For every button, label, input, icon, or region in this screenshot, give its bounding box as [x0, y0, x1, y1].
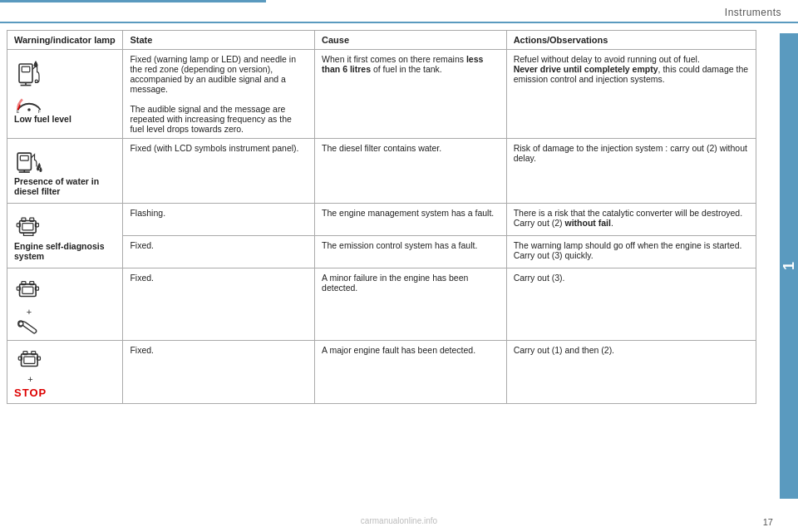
page-title: Instruments: [725, 7, 781, 18]
section-number: 1: [781, 262, 798, 270]
water-fuel-icon: [14, 146, 44, 176]
engine-self-diag-icon: [14, 211, 44, 241]
header-state: State: [123, 31, 315, 50]
top-bar: Instruments: [0, 0, 798, 23]
svg-rect-17: [17, 224, 20, 227]
warning-cell-fuel: E F Low fuel level: [7, 50, 123, 139]
svg-rect-1: [22, 66, 30, 71]
state-cell-fuel: Fixed (warning lamp or LED) and needle i…: [123, 50, 315, 139]
page-title-area: Instruments: [0, 3, 798, 18]
cause-cell-fuel: When it first comes on there remains les…: [315, 50, 507, 139]
actions-cell-engine-fixed1: The warning lamp should go off when the …: [506, 236, 756, 268]
warning-cell-water: Presence of water in diesel filter: [7, 139, 123, 204]
actions-cell-engine-minor: Carry out (3).: [506, 268, 756, 341]
svg-point-6: [27, 108, 31, 111]
actions-cell-engine-flash: There is a risk that the catalytic conve…: [506, 204, 756, 236]
svg-rect-14: [22, 224, 33, 230]
svg-rect-18: [35, 224, 38, 227]
table-row: + STOP Fixed. A major engine fault has b…: [7, 341, 756, 404]
svg-rect-10: [20, 155, 28, 160]
header-actions: Actions/Observations: [506, 31, 756, 50]
state-cell-water: Fixed (with LCD symbols instrument panel…: [123, 139, 315, 204]
engine-major-icon: [16, 348, 46, 373]
top-bar-accent: [0, 0, 266, 2]
table-row: E F Low fuel level Fixed (warning lamp o…: [7, 50, 756, 139]
state-cell-engine-stop: Fixed.: [123, 341, 315, 404]
cause-cell-engine-flash: The engine management system has a fault…: [315, 204, 507, 236]
warning-cell-engine-stop: + STOP: [7, 341, 123, 404]
actions-cell-fuel: Refuel without delay to avoid running ou…: [506, 50, 756, 139]
svg-rect-31: [37, 357, 40, 360]
engine-stop-icon-area: + STOP: [14, 348, 47, 399]
warning-cell-engine-wrench: +: [7, 268, 123, 341]
svg-rect-27: [23, 357, 34, 363]
cause-cell-water: The diesel filter contains water.: [315, 139, 507, 204]
actions-bold-fuel: Never drive until completely empty: [514, 64, 658, 74]
table-row: + Fixed. A minor failure in the engine h…: [7, 268, 756, 341]
svg-point-4: [35, 80, 37, 82]
state-cell-engine-fixed1: Fixed.: [123, 236, 315, 268]
actions-cell-water: Risk of damage to the injection system :…: [506, 139, 756, 204]
fuel-icon-area: E F: [14, 57, 44, 114]
cause-cell-engine-fixed1: The emission control system has a fault.: [315, 236, 507, 268]
cause-cell-engine-minor: A minor failure in the engine has been d…: [315, 268, 507, 341]
warning-label-engine: Engine self-diagnosis system: [14, 241, 116, 261]
svg-point-25: [19, 322, 23, 326]
warning-label-water: Presence of water in diesel filter: [14, 176, 116, 196]
page-number: 17: [763, 517, 773, 527]
svg-rect-30: [18, 357, 22, 360]
cause-cell-engine-stop: A major engine fault has been detected.: [315, 341, 507, 404]
engine-icon-area: [14, 211, 44, 241]
fuel-dial-icon: E F: [14, 91, 44, 114]
state-cell-engine-minor: Fixed.: [123, 268, 315, 341]
header-cause: Cause: [315, 31, 507, 50]
fuel-icon: [14, 57, 44, 91]
actions-cell-engine-stop: Carry out (1) and then (2).: [506, 341, 756, 404]
svg-rect-20: [22, 287, 33, 293]
watermark: carmanualonline.info: [361, 516, 437, 525]
svg-rect-23: [17, 287, 20, 290]
wrench-icon: [17, 318, 42, 336]
section-tab: 1: [780, 33, 798, 499]
state-cell-engine-flash: Flashing.: [123, 204, 315, 236]
main-content: Warning/indicator lamp State Cause Actio…: [0, 23, 781, 411]
actions-bold-engine-flash: without fail: [565, 218, 611, 228]
water-icon-area: [14, 146, 44, 176]
header-warning: Warning/indicator lamp: [7, 31, 123, 50]
engine-wrench-icon-area: +: [14, 276, 44, 336]
table-row: Engine self-diagnosis system Flashing. T…: [7, 204, 756, 236]
table-row: Presence of water in diesel filter Fixed…: [7, 139, 756, 204]
svg-rect-24: [35, 287, 38, 290]
warning-table: Warning/indicator lamp State Cause Actio…: [7, 30, 756, 404]
engine-minor-icon: [14, 276, 44, 306]
stop-label: STOP: [14, 387, 47, 399]
cause-bold-fuel: less than 6 litres: [322, 54, 483, 74]
warning-cell-engine: Engine self-diagnosis system: [7, 204, 123, 268]
warning-label-fuel: Low fuel level: [14, 114, 71, 124]
